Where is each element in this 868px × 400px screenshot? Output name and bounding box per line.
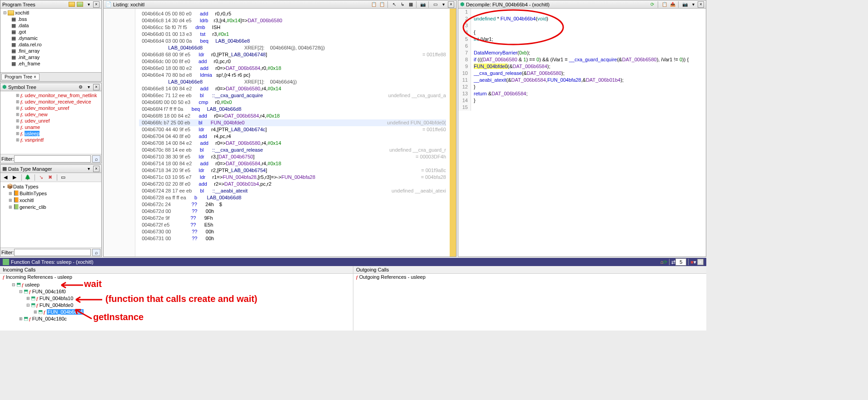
symbol-item[interactable]: ⊞f.udev_new <box>1 111 100 118</box>
dtm-find-icon[interactable]: ↘ <box>37 174 45 181</box>
branch-icon[interactable]: ↳ <box>399 1 406 8</box>
dtm-item[interactable]: generic_clib <box>20 204 46 210</box>
listing-row[interactable]: 004b66d8 68 00 9f e5 ldr r0,[PTR_LAB_004… <box>139 51 446 58</box>
listing-row[interactable]: 004b6724 28 17 ee eb bl ::__aeabi_atexit… <box>139 188 446 194</box>
symbol-item[interactable]: ⊞f.udev_monitor_new_from_netlink <box>1 92 100 99</box>
listing-body[interactable]: 004b66c4 05 00 80 e0 add r0,r0,r5 004b66… <box>135 9 450 257</box>
close-icon[interactable]: × <box>93 1 99 8</box>
dtm-tree[interactable]: ▸📦Data Types ⊞📙BuiltInTypes ⊞📙xochitl ⊞📗… <box>0 182 101 211</box>
fct-refresh-icon[interactable]: ⟳ <box>663 259 667 265</box>
decompile-line[interactable] <box>474 9 706 15</box>
listing-overview-ruler[interactable] <box>450 9 456 257</box>
listing-box-icon[interactable]: ▭ <box>432 1 439 8</box>
close-icon[interactable]: × <box>93 166 99 172</box>
fct-node[interactable]: ⊟⬒fusleep <box>1 281 352 288</box>
listing-row[interactable]: 004b672f e5 ?? E5h <box>139 222 446 228</box>
listing-row[interactable]: 004b6700 44 40 9f e5 ldr r4,[PTR_LAB_004… <box>139 126 446 133</box>
decompile-line[interactable]: undefined * FUN_004b66b4(void) <box>474 15 706 22</box>
dtm-box-icon[interactable]: ▭ <box>59 174 67 181</box>
fct-node[interactable]: ⊞⬒fFUN_004b66b4 <box>1 308 352 315</box>
listing-row[interactable]: 004b66f4 f7 ff ff 0a beq LAB_004b66d8 <box>139 106 446 113</box>
pt-section[interactable]: .data.rel.ro <box>18 42 42 47</box>
st-filter-icon[interactable]: ⚙ <box>77 84 84 90</box>
decompile-line[interactable]: return &DAT_006b6584; <box>474 90 706 97</box>
decompile-line[interactable]: } <box>474 97 706 104</box>
decompile-line[interactable]: int iVar1; <box>474 36 706 43</box>
decompile-line[interactable]: __cxa_guard_release(&DAT_006b6580); <box>474 70 706 77</box>
paste-icon[interactable]: 📋 <box>378 1 386 8</box>
decompile-line[interactable] <box>474 104 706 111</box>
pt-section[interactable]: .fini_array <box>18 48 40 54</box>
decompile-line[interactable]: } <box>474 84 706 90</box>
listing-row[interactable]: 004b6704 04 40 8f e0 add r4,pc,r4 <box>139 133 446 140</box>
symbol-item[interactable]: ⊞f.usleep <box>1 130 100 137</box>
fct-node[interactable]: ⊞⬒fFUN_004bfa10 <box>1 295 352 301</box>
dec-copy-icon[interactable]: 📋 <box>661 1 668 8</box>
fct-node[interactable]: ⊟⬒fFUN_004bfde0 <box>1 301 352 308</box>
listing-row[interactable]: 004b6720 02 20 8f e0 add r2=>DAT_006b01b… <box>139 181 446 188</box>
dec-export-icon[interactable]: 📤 <box>669 1 676 8</box>
decompile-line[interactable]: DataMemoryBarrier(0xb); <box>474 49 706 56</box>
pt-new-icon[interactable] <box>69 1 76 8</box>
listing-row[interactable]: 004b6708 14 00 84 e2 add r0=>DAT_006b658… <box>139 140 446 147</box>
listing-row[interactable]: 004b66c4 05 00 80 e0 add r0,r0,r5 <box>139 10 446 17</box>
symbol-item[interactable]: ⊞f.uname <box>1 124 100 130</box>
dtm-filter-input[interactable] <box>14 249 91 256</box>
dtm-item[interactable]: xochitl <box>20 198 34 203</box>
outgoing-root[interactable]: fOutgoing References - usleep <box>353 274 706 280</box>
decompile-code[interactable]: undefined * FUN_004b66b4(void) { int iVa… <box>471 9 706 111</box>
listing-row[interactable]: 004b6714 18 00 84 e2 add r0=>DAT_006b658… <box>139 160 446 167</box>
listing-row[interactable]: 004b66dc 00 00 8f e0 add r0,pc,r0 <box>139 58 446 65</box>
back-icon[interactable]: ◀ <box>1 174 10 181</box>
dtm-root[interactable]: Data Types <box>13 184 38 189</box>
symbol-item[interactable]: ⊞f.udev_monitor_unref <box>1 105 100 111</box>
listing-row[interactable]: 004b6710 38 30 9f e5 ldr r3,[DAT_004b675… <box>139 153 446 160</box>
pt-section[interactable]: .got <box>18 29 26 35</box>
symbol-item[interactable]: ⊞f.udev_monitor_receive_device <box>1 99 100 105</box>
fct-stop-icon[interactable]: ■ <box>690 259 694 265</box>
listing-row[interactable]: 004b6730 00 ?? 00h <box>139 228 446 235</box>
copy-icon[interactable]: 📋 <box>370 1 377 8</box>
symbol-item[interactable]: ⊞f.vsnprintf <box>1 137 100 143</box>
listing-row[interactable]: 004b66ec 71 12 ee eb bl ::__cxa_guard_ac… <box>139 92 446 99</box>
listing-menu-icon[interactable]: ▾ <box>440 1 447 8</box>
listing-row[interactable]: 004b6731 00 ?? 00h <box>139 235 446 242</box>
listing-row[interactable]: 004b672e 9f ?? 9Fh <box>139 215 446 222</box>
dtm-item[interactable]: BuiltInTypes <box>20 191 47 196</box>
close-icon[interactable]: × <box>697 259 704 265</box>
close-icon[interactable]: × <box>698 1 704 8</box>
cursor-icon[interactable]: ↖ <box>391 1 398 8</box>
fct-switch-icon[interactable]: ⇄ <box>671 259 675 265</box>
listing-row[interactable]: 004b6728 ea ff ff ea b LAB_004b66d8 <box>139 194 446 201</box>
dec-snapshot-icon[interactable]: 📷 <box>681 1 689 8</box>
program-tree[interactable]: ⊟xochitl ▦.bss ▦.data ▦.got ▦.dynamic ▦.… <box>0 9 101 68</box>
symbol-filter-input[interactable] <box>14 155 91 163</box>
listing-row[interactable]: 004b66d4 03 00 00 0a beq LAB_004b66e8 <box>139 38 446 44</box>
listing-row[interactable]: LAB_004b66e8 XREF[1]: 004b66d4(j) <box>139 79 446 85</box>
listing-row[interactable]: 004b66f8 18 00 84 e2 add r0=>DAT_006b658… <box>139 113 446 119</box>
fct-depth-input[interactable] <box>675 258 686 266</box>
symbol-item[interactable]: ⊞f.udev_unref <box>1 118 100 124</box>
pt-root[interactable]: xochitl <box>15 10 29 15</box>
listing-row[interactable]: 004b66f0 00 00 50 e3 cmp r0,#0x0 <box>139 99 446 106</box>
fct-menu-icon[interactable]: ▾ <box>694 259 696 265</box>
close-icon[interactable]: × <box>448 1 454 8</box>
decompile-line[interactable]: __aeabi_atexit(&DAT_006b6584,FUN_004bfa2… <box>474 77 706 84</box>
listing-row[interactable]: 004b672d 00 ?? 00h <box>139 208 446 215</box>
listing-row[interactable]: 004b66e4 70 80 bd e8 ldmia sp!,{r4 r5 r6… <box>139 72 446 79</box>
listing-row[interactable]: 004b6718 34 20 9f e5 ldr r2,[PTR_LAB_004… <box>139 167 446 174</box>
listing-row[interactable]: 004b66d0 01 00 13 e3 tst r3,#0x1 <box>139 31 446 38</box>
listing-row[interactable]: 004b671c 03 10 95 e7 ldr r1=>FUN_004bfa2… <box>139 174 446 181</box>
incoming-root[interactable]: fIncoming References - usleep <box>0 274 353 280</box>
pt-section[interactable]: .data <box>18 23 29 28</box>
pt-section[interactable]: .dynamic <box>18 35 38 41</box>
decompile-line[interactable] <box>474 22 706 29</box>
fct-node[interactable]: ⊟⬒fFUN_004c16f0 <box>1 288 352 295</box>
pt-section[interactable]: .init_array <box>18 54 40 60</box>
listing-row[interactable]: 004b66e0 18 00 80 e2 add r0=>DAT_006b658… <box>139 65 446 72</box>
pt-section[interactable]: .bss <box>18 16 27 22</box>
decompile-line[interactable]: if (((DAT_006b6580 & 1) == 0) && (iVar1 … <box>474 56 706 63</box>
fwd-icon[interactable]: ▶ <box>10 174 19 181</box>
listing-row[interactable]: 004b672c 24 ?? 24h $ <box>139 201 446 208</box>
filter-apply-button[interactable]: ⌕ <box>92 155 100 163</box>
